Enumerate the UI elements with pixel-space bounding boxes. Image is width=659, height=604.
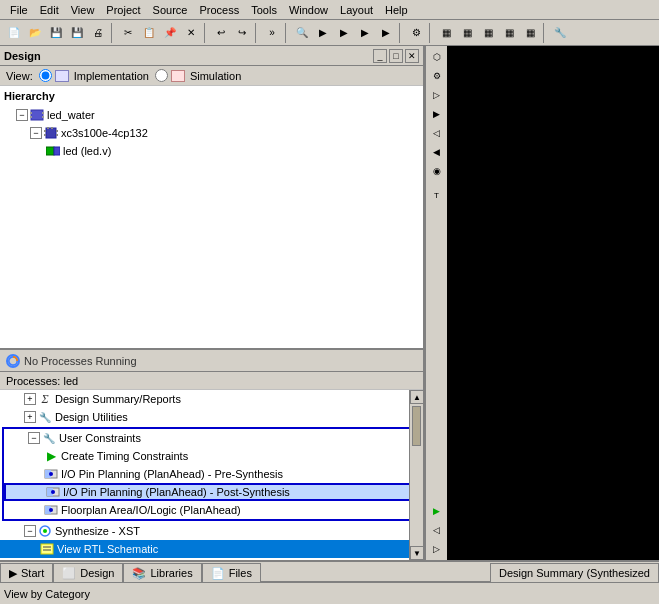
scroll-thumb[interactable] [412,406,421,446]
design-panel: Design _ □ ✕ View: Implementation Simu [0,46,423,350]
side-btn-6[interactable]: ◀ [428,143,446,161]
led-water-icon [30,108,44,122]
expand-design-summary[interactable]: + [24,393,36,405]
run4-button[interactable]: ▶ [376,23,396,43]
side-btn-4[interactable]: ▶ [428,105,446,123]
side-btn-green[interactable]: ▶ [428,502,446,520]
fpga3-button[interactable]: ▦ [478,23,498,43]
proc-rtl-schematic[interactable]: View RTL Schematic [0,540,423,558]
tab-start[interactable]: ▶ Start [0,563,53,582]
fpga2-button[interactable]: ▦ [457,23,477,43]
more-button[interactable]: » [262,23,282,43]
run3-button[interactable]: ▶ [355,23,375,43]
expand-design-utilities[interactable]: + [24,411,36,423]
proc-design-utilities-label: Design Utilities [55,411,128,423]
tree-item-led-water[interactable]: − led_water [4,106,419,124]
process-scrollbar[interactable]: ▲ ▼ [409,390,423,560]
save-button[interactable]: 💾 [46,23,66,43]
expand-user-constraints[interactable]: − [28,432,40,444]
side-btn-7[interactable]: ◉ [428,162,446,180]
proc-design-utilities[interactable]: + 🔧 Design Utilities [0,408,423,426]
menu-view[interactable]: View [65,3,101,17]
fpga1-button[interactable]: ▦ [436,23,456,43]
expand-led-water[interactable]: − [16,109,28,121]
toolbar-sep3 [255,23,259,43]
design-tab-icon: ⬜ [62,567,76,580]
start-icon: ▶ [9,567,17,580]
menu-process[interactable]: Process [193,3,245,17]
panel-minimize-button[interactable]: _ [373,49,387,63]
svg-rect-6 [44,130,46,132]
scroll-down-button[interactable]: ▼ [410,546,423,560]
tab-summary[interactable]: Design Summary (Synthesized [490,563,659,582]
menu-source[interactable]: Source [147,3,194,17]
open-button[interactable]: 📂 [25,23,45,43]
led-water-label: led_water [47,109,95,121]
files-icon: 📄 [211,567,225,580]
undo-button[interactable]: ↩ [211,23,231,43]
menu-help[interactable]: Help [379,3,414,17]
impl-radio[interactable] [39,69,52,82]
panel-close-button[interactable]: ✕ [405,49,419,63]
fpga5-button[interactable]: ▦ [520,23,540,43]
svg-rect-5 [46,128,56,138]
side-btn-text[interactable]: T [428,186,446,204]
scroll-up-button[interactable]: ▲ [410,390,423,404]
impl-radio-label[interactable]: Implementation [39,69,149,82]
side-btn-2[interactable]: ⚙ [428,67,446,85]
expand-synthesize[interactable]: − [24,525,36,537]
run2-button[interactable]: ▶ [334,23,354,43]
side-btn-1[interactable]: ⬡ [428,48,446,66]
menu-window[interactable]: Window [283,3,334,17]
delete-button[interactable]: ✕ [181,23,201,43]
design-title-bar: Design _ □ ✕ [0,46,423,66]
redo-button[interactable]: ↪ [232,23,252,43]
menu-project[interactable]: Project [100,3,146,17]
proc-user-constraints[interactable]: − 🔧 User Constraints [4,429,419,447]
toolbar: 📄 📂 💾 💾 🖨 ✂ 📋 📌 ✕ ↩ ↪ » 🔍 ▶ ▶ ▶ ▶ ⚙ ▦ ▦ … [0,20,659,46]
side-btn-nav1[interactable]: ◁ [428,521,446,539]
side-btn-5[interactable]: ◁ [428,124,446,142]
paste-button[interactable]: 📌 [160,23,180,43]
scroll-track[interactable] [410,404,423,546]
impl-button[interactable]: ⚙ [406,23,426,43]
save-all-button[interactable]: 💾 [67,23,87,43]
side-btn-3[interactable]: ▷ [428,86,446,104]
run1-button[interactable]: ▶ [313,23,333,43]
search-button[interactable]: 🔍 [292,23,312,43]
config-button[interactable]: 🔧 [550,23,570,43]
fpga4-button[interactable]: ▦ [499,23,519,43]
proc-design-summary[interactable]: + Σ Design Summary/Reports [0,390,423,408]
proc-io-post[interactable]: I/O Pin Planning (PlanAhead) - Post-Synt… [4,483,419,501]
proc-floorplan[interactable]: Floorplan Area/IO/Logic (PlanAhead) [4,501,419,519]
new-button[interactable]: 📄 [4,23,24,43]
expand-chip[interactable]: − [30,127,42,139]
cut-button[interactable]: ✂ [118,23,138,43]
panel-restore-button[interactable]: □ [389,49,403,63]
summary-label: Design Summary (Synthesized [499,567,650,579]
tab-design[interactable]: ⬜ Design [53,563,123,582]
menu-bar: File Edit View Project Source Process To… [0,0,659,20]
side-btn-nav2[interactable]: ▷ [428,540,446,558]
tab-files[interactable]: 📄 Files [202,563,261,582]
libraries-label: Libraries [150,567,192,579]
hierarchy-area: Hierarchy − led_water [0,86,423,348]
bottom-tabs: ▶ Start ⬜ Design 📚 Libraries 📄 Files Des… [0,560,659,582]
tree-item-chip[interactable]: − xc3s100e-4cp132 [4,124,419,142]
tree-item-led[interactable]: led (led.v) [4,142,419,160]
svg-point-25 [43,529,47,533]
sim-radio-label[interactable]: Simulation [155,69,241,82]
sim-radio[interactable] [155,69,168,82]
copy-button[interactable]: 📋 [139,23,159,43]
menu-file[interactable]: File [4,3,34,17]
menu-layout[interactable]: Layout [334,3,379,17]
proc-synthesize[interactable]: − Synthesize - XST [0,522,423,540]
menu-edit[interactable]: Edit [34,3,65,17]
menu-tools[interactable]: Tools [245,3,283,17]
proc-design-summary-label: Design Summary/Reports [55,393,181,405]
tab-libraries[interactable]: 📚 Libraries [123,563,201,582]
print-button[interactable]: 🖨 [88,23,108,43]
proc-io-pre[interactable]: I/O Pin Planning (PlanAhead) - Pre-Synth… [4,465,419,483]
design-panel-title: Design [4,50,41,62]
proc-create-timing[interactable]: ▶ Create Timing Constraints [4,447,419,465]
